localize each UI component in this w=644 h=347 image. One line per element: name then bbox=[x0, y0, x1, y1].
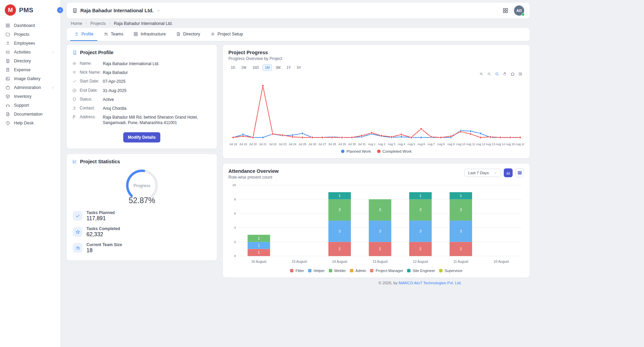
bar-view-button[interactable] bbox=[504, 168, 513, 177]
statistics-title-text: Project Statistics bbox=[80, 159, 120, 164]
x-axis-label: Jul 26 bbox=[308, 142, 316, 146]
legend-item-site-engineer[interactable]: Site Engineer bbox=[407, 269, 435, 273]
sidebar-item-directory[interactable]: Directory bbox=[0, 57, 60, 65]
sidebar-item-expense[interactable]: Expense bbox=[0, 65, 60, 74]
reset-zoom-button[interactable] bbox=[510, 72, 515, 77]
online-status-dot bbox=[521, 13, 525, 16]
tab-directory[interactable]: Directory bbox=[172, 28, 204, 41]
sidebar-item-label: Support bbox=[14, 103, 29, 108]
legend-marker bbox=[370, 269, 373, 272]
legend-item-completed-work[interactable]: Completed Work bbox=[377, 149, 412, 153]
x-axis-label: Aug 12 bbox=[476, 142, 485, 146]
selection-zoom-button[interactable] bbox=[495, 72, 499, 77]
menu-button[interactable] bbox=[518, 72, 523, 77]
sidebar-item-image-gallery[interactable]: Image Gallery bbox=[0, 74, 60, 83]
legend-item-planned-work[interactable]: Planned Work bbox=[341, 149, 371, 153]
sidebar-item-projects[interactable]: Projects bbox=[0, 30, 60, 39]
x-axis-label: Jul 19 bbox=[239, 142, 247, 146]
breadcrumb-home[interactable]: Home bbox=[71, 21, 82, 26]
left-column: Project Profile Name:Raja Bahadur Intern… bbox=[67, 45, 217, 260]
x-axis-label: Aug 2 bbox=[378, 142, 385, 146]
field-value: Raja Bahadur International Ltd. bbox=[103, 61, 159, 66]
x-axis-label: Aug 15 bbox=[505, 142, 515, 146]
range-button-5y[interactable]: 5Y bbox=[294, 64, 303, 71]
table-view-button[interactable] bbox=[515, 168, 524, 177]
tab-infrastructure[interactable]: Infrastructure bbox=[129, 28, 170, 41]
zoom-out-button[interactable] bbox=[487, 72, 492, 77]
legend-item-welder[interactable]: Welder bbox=[329, 269, 346, 273]
sidebar-item-label: Employees bbox=[14, 41, 35, 46]
pan-button[interactable] bbox=[502, 72, 507, 77]
footer-text: © 2025, by bbox=[379, 281, 399, 285]
legend-item-project-manager[interactable]: Project Manager bbox=[370, 269, 403, 273]
bar-value-label: 3 bbox=[419, 208, 421, 212]
range-button-3m[interactable]: 3M bbox=[273, 64, 283, 71]
headset-icon bbox=[5, 103, 10, 108]
search-icon bbox=[495, 72, 499, 76]
sidebar-item-support[interactable]: Support bbox=[0, 101, 60, 110]
data-point-completed-work bbox=[291, 136, 293, 138]
tab-teams[interactable]: Teams bbox=[99, 28, 127, 41]
company-selector[interactable]: Raja Bahadur International Ltd. bbox=[72, 8, 161, 13]
data-point-completed-work bbox=[381, 135, 383, 137]
date-range-value: Last 7 Days bbox=[468, 171, 489, 175]
list-icon bbox=[5, 50, 10, 55]
legend-item-helper[interactable]: Helper bbox=[308, 269, 324, 273]
data-point-planned-work bbox=[262, 136, 264, 138]
user-avatar[interactable]: AD bbox=[514, 5, 524, 16]
zoom-in-button[interactable] bbox=[479, 72, 484, 77]
logo-icon: M bbox=[5, 4, 16, 16]
x-axis-label: 13 August bbox=[372, 260, 388, 264]
x-axis-label: Aug 11 bbox=[466, 142, 475, 146]
date-range-select[interactable]: Last 7 Days bbox=[464, 169, 501, 177]
legend-label: Supervisor bbox=[445, 269, 463, 273]
sidebar-collapse-button[interactable] bbox=[57, 7, 63, 13]
chart-icon bbox=[72, 159, 77, 164]
x-axis-label: Jul 31 bbox=[358, 142, 366, 146]
tab-label: Directory bbox=[183, 32, 200, 36]
tab-profile[interactable]: Profile bbox=[70, 28, 97, 41]
receipt-icon bbox=[5, 67, 10, 72]
sidebar-item-help-desk[interactable]: Help Desk bbox=[0, 119, 60, 127]
sidebar-item-activities[interactable]: Activities bbox=[0, 48, 60, 57]
data-point-completed-work bbox=[489, 136, 492, 138]
legend-item-admin[interactable]: Admin bbox=[350, 269, 366, 273]
sidebar-item-label: Administration bbox=[14, 85, 41, 90]
legend-label: Planned Work bbox=[347, 149, 371, 153]
sidebar-item-administration[interactable]: Administration bbox=[0, 83, 60, 92]
range-button-1d[interactable]: 1D bbox=[228, 64, 238, 71]
footer-link[interactable]: MARCO AIoT Technologies Pvt. Ltd. bbox=[399, 281, 462, 285]
tab-project-setup[interactable]: Project Setup bbox=[206, 28, 247, 41]
breadcrumb: Home Projects Raja Bahadur International… bbox=[67, 18, 530, 28]
modify-details-button[interactable]: Modify Details bbox=[123, 132, 160, 142]
gear-icon bbox=[72, 61, 77, 66]
footer: © 2025, by MARCO AIoT Technologies Pvt. … bbox=[67, 277, 530, 286]
breadcrumb-projects[interactable]: Projects bbox=[90, 21, 106, 26]
legend-item-fitter[interactable]: Fitter bbox=[290, 269, 304, 273]
bar-value-label: 3 bbox=[379, 208, 381, 212]
chevright-icon bbox=[51, 86, 55, 90]
chevleft-icon bbox=[59, 9, 62, 12]
y-axis-label: 10 bbox=[232, 183, 236, 187]
sidebar-item-inventory[interactable]: Inventory bbox=[0, 92, 60, 101]
sidebar-item-employees[interactable]: Employees bbox=[0, 39, 60, 48]
shield-icon bbox=[72, 97, 77, 102]
range-button-1m[interactable]: 1M bbox=[262, 64, 272, 71]
field-label: Start Date: bbox=[80, 79, 101, 84]
range-button-1w[interactable]: 1W bbox=[239, 64, 249, 71]
range-button-1y[interactable]: 1Y bbox=[284, 64, 293, 71]
x-axis-label: Aug 4 bbox=[398, 142, 405, 146]
home-icon bbox=[510, 72, 515, 76]
x-axis-label: Aug 1 bbox=[368, 142, 375, 146]
range-button-15d[interactable]: 15D bbox=[250, 64, 261, 71]
progress-title-text: Project Progress bbox=[228, 50, 268, 55]
profile-field-contact-: Contact:Anuj Chordia bbox=[72, 104, 211, 113]
apps-button[interactable] bbox=[502, 7, 509, 14]
bar-value-label: 1 bbox=[339, 194, 341, 198]
x-axis-label: 10 August bbox=[494, 260, 509, 264]
legend-item-supervisor[interactable]: Supervisor bbox=[439, 269, 463, 273]
sidebar-item-documentation[interactable]: Documentation bbox=[0, 110, 60, 119]
data-point-completed-work bbox=[311, 136, 313, 138]
legend-label: Welder bbox=[334, 269, 346, 273]
sidebar-item-dashboard[interactable]: Dashboard bbox=[0, 21, 60, 30]
